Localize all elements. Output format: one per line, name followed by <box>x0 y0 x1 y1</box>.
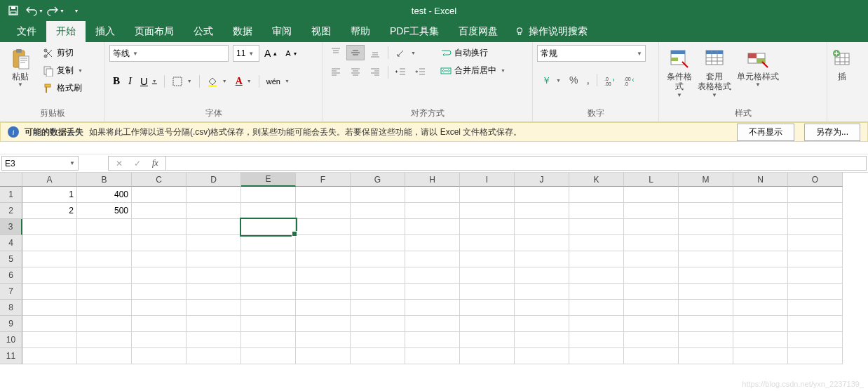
cell-O7[interactable] <box>788 284 843 300</box>
cell-N7[interactable] <box>733 284 788 300</box>
decrease-decimal-button[interactable]: .00.0 <box>621 72 639 88</box>
cell-H7[interactable] <box>405 284 460 300</box>
cell-O6[interactable] <box>788 267 843 284</box>
row-header[interactable]: 10 <box>0 332 22 348</box>
cell-B2[interactable]: 500 <box>77 203 132 219</box>
cell-D6[interactable] <box>187 267 241 284</box>
cell-H10[interactable] <box>405 332 460 348</box>
cell-I9[interactable] <box>460 316 515 332</box>
align-center-button[interactable] <box>346 65 365 80</box>
cell-N8[interactable] <box>733 300 788 316</box>
decrease-font-button[interactable]: A▾ <box>282 47 299 60</box>
cell-C2[interactable] <box>132 203 187 219</box>
cell-D3[interactable] <box>187 219 241 235</box>
cell-A9[interactable] <box>22 316 77 332</box>
cell-E2[interactable] <box>241 203 296 219</box>
tab-home[interactable]: 开始 <box>46 21 86 42</box>
row-header[interactable]: 8 <box>0 300 22 316</box>
cell-E8[interactable] <box>241 300 296 316</box>
underline-button[interactable]: U▼ <box>137 73 161 89</box>
cell-B10[interactable] <box>77 332 132 348</box>
cell-I11[interactable] <box>460 348 515 364</box>
cell-G1[interactable] <box>351 187 405 203</box>
cell-F5[interactable] <box>296 251 351 267</box>
conditional-format-button[interactable]: 条件格式▼ <box>663 45 696 101</box>
cell-I2[interactable] <box>460 203 515 219</box>
cell-D11[interactable] <box>187 348 241 364</box>
cell-F11[interactable] <box>296 348 351 364</box>
col-header-O[interactable]: O <box>788 173 843 187</box>
cell-K9[interactable] <box>569 316 624 332</box>
cell-E9[interactable] <box>241 316 296 332</box>
cell-M6[interactable] <box>679 267 733 284</box>
cell-B11[interactable] <box>77 348 132 364</box>
cell-A4[interactable] <box>22 235 77 251</box>
cell-C11[interactable] <box>132 348 187 364</box>
cell-A2[interactable]: 2 <box>22 203 77 219</box>
insert-cells-button[interactable]: 插 <box>832 45 853 84</box>
align-top-button[interactable] <box>327 45 345 60</box>
tab-help[interactable]: 帮助 <box>341 21 380 42</box>
cell-H2[interactable] <box>405 203 460 219</box>
qat-customize-icon[interactable]: ▾ <box>67 2 86 19</box>
cell-A7[interactable] <box>22 284 77 300</box>
cell-L6[interactable] <box>624 267 679 284</box>
fill-color-button[interactable]: ▼ <box>203 74 231 89</box>
font-color-button[interactable]: A▼ <box>232 74 255 89</box>
wrap-text-button[interactable]: 自动换行 <box>437 45 509 61</box>
tab-file[interactable]: 文件 <box>7 21 46 42</box>
formula-input[interactable] <box>166 156 867 171</box>
cell-G3[interactable] <box>351 219 405 235</box>
format-as-table-button[interactable]: 套用 表格格式▼ <box>698 45 731 101</box>
cell-C8[interactable] <box>132 300 187 316</box>
cell-H11[interactable] <box>405 348 460 364</box>
cell-K6[interactable] <box>569 267 624 284</box>
paste-button[interactable]: 粘贴 ▼ <box>4 45 36 91</box>
italic-button[interactable]: I <box>125 73 135 89</box>
cell-O11[interactable] <box>788 348 843 364</box>
cell-B4[interactable] <box>77 235 132 251</box>
tab-view[interactable]: 视图 <box>301 21 341 42</box>
tab-data[interactable]: 数据 <box>223 21 262 42</box>
cell-L5[interactable] <box>624 251 679 267</box>
cell-F9[interactable] <box>296 316 351 332</box>
cell-B1[interactable]: 400 <box>77 187 132 203</box>
cancel-formula-icon[interactable]: ✕ <box>113 159 126 168</box>
font-size-combo[interactable]: 11▼ <box>233 45 259 62</box>
cell-C4[interactable] <box>132 235 187 251</box>
cell-styles-button[interactable]: 单元格样式▼ <box>733 45 782 91</box>
cell-A5[interactable] <box>22 251 77 267</box>
accept-formula-icon[interactable]: ✓ <box>131 159 144 168</box>
cell-M3[interactable] <box>679 219 733 235</box>
cell-L4[interactable] <box>624 235 679 251</box>
cell-K10[interactable] <box>569 332 624 348</box>
cell-G8[interactable] <box>351 300 405 316</box>
fx-icon[interactable]: fx <box>149 158 161 168</box>
col-header-I[interactable]: I <box>460 173 515 187</box>
cell-K4[interactable] <box>569 235 624 251</box>
increase-decimal-button[interactable]: .0.00 <box>601 72 619 88</box>
row-header[interactable]: 5 <box>0 251 22 267</box>
cell-G11[interactable] <box>351 348 405 364</box>
cell-E1[interactable] <box>241 187 296 203</box>
cell-J4[interactable] <box>515 235 569 251</box>
cell-M5[interactable] <box>679 251 733 267</box>
cell-G7[interactable] <box>351 284 405 300</box>
cut-button[interactable]: 剪切 <box>39 45 86 61</box>
col-header-C[interactable]: C <box>132 173 187 187</box>
cell-A10[interactable] <box>22 332 77 348</box>
bold-button[interactable]: B <box>109 73 123 89</box>
increase-font-button[interactable]: A▴ <box>261 46 280 61</box>
cell-B8[interactable] <box>77 300 132 316</box>
col-header-G[interactable]: G <box>351 173 405 187</box>
select-all-corner[interactable] <box>0 173 22 187</box>
cell-I1[interactable] <box>460 187 515 203</box>
cell-E11[interactable] <box>241 348 296 364</box>
phonetic-button[interactable]: wén▼ <box>263 75 293 88</box>
cell-H8[interactable] <box>405 300 460 316</box>
cell-D1[interactable] <box>187 187 241 203</box>
cell-D5[interactable] <box>187 251 241 267</box>
col-header-J[interactable]: J <box>515 173 569 187</box>
cell-F10[interactable] <box>296 332 351 348</box>
cell-D8[interactable] <box>187 300 241 316</box>
